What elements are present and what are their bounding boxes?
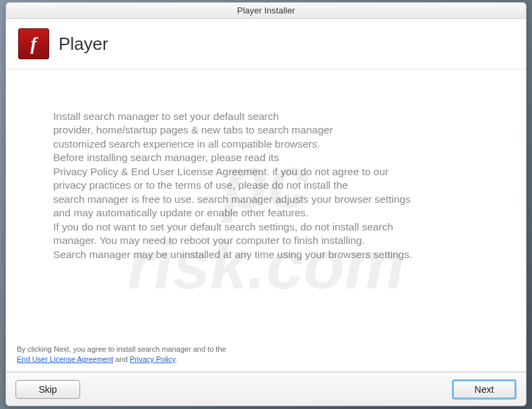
eula-link[interactable]: End User License Agreement — [17, 355, 113, 363]
privacy-link[interactable]: Privacy Policy — [130, 355, 176, 363]
content-area: pc risk.com Install search manager to se… — [6, 69, 526, 372]
header: f Player — [6, 19, 526, 69]
skip-button[interactable]: Skip — [15, 380, 80, 399]
window-title: Player Installer — [237, 5, 295, 15]
text-line: customized search experience in all comp… — [53, 137, 479, 151]
text-line: Before installing search manager, please… — [53, 151, 479, 164]
text-line: and may automatically update or enable o… — [53, 206, 479, 220]
installer-window: Player Installer f Player pc risk.com In… — [5, 2, 527, 406]
text-line: If you do not want to set your default s… — [53, 220, 479, 234]
text-line: privacy practices or to the terms of use… — [53, 179, 479, 192]
app-title: Player — [59, 34, 108, 55]
text-line: Search manager may be uninstalled at any… — [53, 248, 479, 261]
flash-icon: f — [18, 28, 49, 59]
window-titlebar[interactable]: Player Installer — [6, 3, 526, 19]
footer: Skip Next — [6, 372, 526, 406]
text-line: search manager is free to use. search ma… — [53, 193, 479, 206]
text-line: Install search manager to set your defau… — [53, 110, 479, 123]
legal-text: By clicking Next, you agree to install s… — [6, 344, 526, 372]
text-line: manager. You may need to reboot your com… — [53, 234, 479, 247]
text-line: Privacy Policy & End User License Agreem… — [53, 165, 479, 179]
disclosure-text: Install search manager to set your defau… — [6, 69, 526, 275]
legal-suffix: . — [175, 355, 177, 363]
legal-and: and — [113, 355, 129, 363]
text-line: provider, home/startup pages & new tabs … — [53, 123, 479, 137]
next-button[interactable]: Next — [452, 379, 517, 400]
legal-line1: By clicking Next, you agree to install s… — [17, 345, 226, 353]
